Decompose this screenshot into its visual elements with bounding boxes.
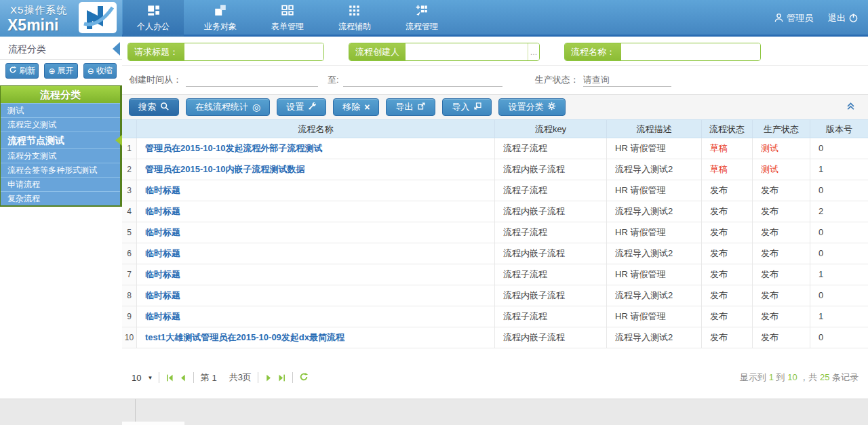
process-status-cell: 发布 <box>702 285 753 306</box>
nav-tab-business-objects[interactable]: 业务对象 <box>190 0 251 37</box>
product-name: X5mini <box>7 16 58 35</box>
tree-item-complex-process[interactable]: 复杂流程 <box>1 191 120 205</box>
next-page-icon[interactable] <box>264 373 273 382</box>
process-name-link[interactable]: 临时标题 <box>137 201 495 222</box>
prev-page-icon[interactable] <box>178 373 187 382</box>
tree-item-label: 流程会签等多种形式测试 <box>7 165 97 175</box>
process-desc-cell: 流程导入测试2 <box>607 201 702 222</box>
created-to-input[interactable] <box>343 73 502 87</box>
version-cell: 0 <box>810 138 868 159</box>
summary-from: 1 <box>769 372 774 382</box>
process-name-link[interactable]: 临时标题 <box>137 243 495 264</box>
process-name-link[interactable]: 临时标题 <box>137 222 495 243</box>
nav-tab-label: 个人办公 <box>137 21 170 33</box>
nav-tab-process-management[interactable]: 流程管理 <box>391 0 452 37</box>
nav-tab-process-assist[interactable]: 流程辅助 <box>324 0 385 37</box>
tree-item-countersign-test[interactable]: 流程会签等多种形式测试 <box>1 163 120 177</box>
version-cell: 2 <box>810 201 868 222</box>
remove-button-label: 移除 <box>342 101 360 113</box>
tree-item-label: 申请流程 <box>7 180 40 189</box>
tree-item-label: 流程分支测试 <box>7 151 56 161</box>
process-name-link[interactable]: 临时标题 <box>137 180 495 201</box>
process-name-link[interactable]: 临时标题 <box>137 306 495 327</box>
remove-button[interactable]: 移除 × <box>333 98 379 116</box>
version-cell: 1 <box>810 306 868 327</box>
table-row: 4 临时标题 流程内嵌子流程 流程导入测试2 发布 发布 2 <box>122 201 868 222</box>
column-header-desc: 流程描述 <box>607 120 702 138</box>
system-title: X5操作系统 <box>10 4 67 17</box>
process-desc-cell: HR 请假管理 <box>607 180 702 201</box>
process-status-cell: 发布 <box>702 327 753 348</box>
expand-label: 展开 <box>58 65 74 77</box>
brand-logo-icon <box>79 2 117 36</box>
sidebar-panel-title: 流程分类 <box>0 39 122 60</box>
creator-input[interactable] <box>406 43 528 60</box>
export-button[interactable]: 导出 <box>386 98 435 116</box>
prod-status-cell: 发布 <box>753 285 810 306</box>
user-name: 管理员 <box>787 12 813 24</box>
set-category-button[interactable]: 设置分类 <box>498 98 566 116</box>
process-key-cell: 流程子流程 <box>495 180 607 201</box>
collapse-sidebar-arrow-icon[interactable] <box>113 42 120 56</box>
table-row: 6 临时标题 流程内嵌子流程 流程导入测试2 发布 发布 0 <box>122 243 868 264</box>
current-user[interactable]: 管理员 <box>774 12 813 25</box>
created-from-input[interactable] <box>186 73 318 87</box>
production-status-input[interactable] <box>583 73 671 87</box>
current-page-input[interactable]: 1 <box>212 373 216 383</box>
app-window: X5操作系统 X5mini 个人办公 业务对象 <box>0 0 868 425</box>
tree-item-process-node-test[interactable]: 流程节点测试 <box>1 131 120 148</box>
process-name-link[interactable]: 管理员在2015-10-10发起流程外部子流程测试 <box>137 138 495 159</box>
last-page-icon[interactable] <box>277 373 286 382</box>
prod-status-cell: 发布 <box>753 180 810 201</box>
first-page-icon[interactable] <box>165 373 174 382</box>
settings-button[interactable]: 设置 <box>277 98 326 116</box>
stats-button-label: 在线流程统计 <box>195 101 248 113</box>
process-desc-cell: HR 请假管理 <box>607 138 702 159</box>
process-status-cell: 草稿 <box>702 138 753 159</box>
nav-tab-form-management[interactable]: 表单管理 <box>257 0 318 37</box>
plus-circle-icon: ⊕ <box>48 67 55 75</box>
refresh-button[interactable]: 刷新 <box>5 63 39 79</box>
prod-status-cell: 发布 <box>753 327 810 348</box>
prod-status-cell: 测试 <box>753 159 810 180</box>
process-name-link[interactable]: 临时标题 <box>137 285 495 306</box>
process-name-input[interactable] <box>621 43 760 60</box>
main-nav: 个人办公 业务对象 表单管理 流程辅助 <box>123 0 458 37</box>
nav-tab-personal-office[interactable]: 个人办公 <box>123 0 184 37</box>
online-process-stats-button[interactable]: 在线流程统计 ◎ <box>186 98 270 116</box>
search-button[interactable]: 搜索 <box>129 98 179 116</box>
collapse-button[interactable]: ⊖ 收缩 <box>83 63 117 79</box>
process-name-link[interactable]: 临时标题 <box>137 264 495 285</box>
footer-bar <box>0 399 868 425</box>
tree-item-label: 复杂流程 <box>7 194 40 203</box>
top-header: X5操作系统 X5mini 个人办公 业务对象 <box>0 0 868 37</box>
tree-item-test[interactable]: 测试 <box>1 103 120 117</box>
search-button-label: 搜索 <box>138 101 156 113</box>
sidebar: 流程分类 刷新 ⊕ 展开 ⊖ 收缩 流程分类 测试 流程定义测试 <box>0 39 122 399</box>
reload-icon[interactable] <box>299 372 309 384</box>
request-title-input[interactable] <box>184 43 323 60</box>
tree-item-apply-process[interactable]: 申请流程 <box>1 177 120 191</box>
collapse-search-panel-icon[interactable] <box>846 101 856 113</box>
nav-tab-label: 业务对象 <box>204 21 237 33</box>
row-index: 8 <box>122 285 137 306</box>
close-icon: × <box>364 102 370 112</box>
process-status-cell: 发布 <box>702 201 753 222</box>
process-key-cell: 流程内嵌子流程 <box>495 327 607 348</box>
version-cell: 1 <box>810 264 868 285</box>
tree-item-process-branch-test[interactable]: 流程分支测试 <box>1 148 120 163</box>
process-name-link[interactable]: test1大雄测试管理员在2015-10-09发起dx最简流程 <box>137 327 495 348</box>
summary-prefix: 显示到 <box>740 372 766 382</box>
process-name-link[interactable]: 管理员在2015-10-10内嵌子流程测试数据 <box>137 159 495 180</box>
logout-button[interactable]: 退出 <box>828 12 859 25</box>
creator-label: 流程创建人 <box>349 43 406 60</box>
page-size-select[interactable]: 10 ▼ <box>132 373 153 383</box>
process-status-cell: 草稿 <box>702 159 753 180</box>
expand-button[interactable]: ⊕ 展开 <box>44 63 77 79</box>
tree-item-process-definition-test[interactable]: 流程定义测试 <box>1 117 120 131</box>
nav-tab-label: 表单管理 <box>271 21 304 33</box>
personal-office-icon <box>146 4 160 18</box>
pager-divider <box>258 372 258 383</box>
creator-picker-button[interactable]: … <box>528 43 539 60</box>
import-button[interactable]: 导入 <box>442 98 492 116</box>
